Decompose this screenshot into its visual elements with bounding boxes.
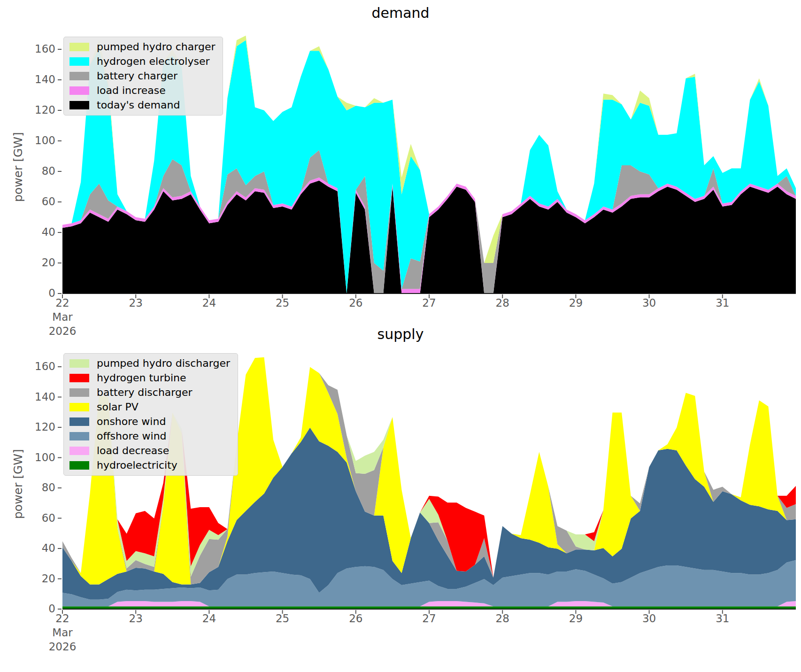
- supply-y-tick-label: 40: [23, 542, 55, 554]
- supply-x-tick-label: 26: [349, 612, 362, 625]
- demand-x-tick-label: 27: [422, 297, 436, 309]
- legend-item-load-increase: load increase: [69, 85, 215, 96]
- demand-y-tick-label: 100: [23, 134, 55, 147]
- demand-x-tick-label: 22: [55, 297, 69, 309]
- legend-label: load decrease: [97, 446, 169, 456]
- supply-x-tick-label: 29: [569, 612, 583, 625]
- legend-item-battery-charger: battery charger: [69, 71, 215, 81]
- legend-swatch: [69, 57, 89, 66]
- legend-swatch: [69, 359, 89, 368]
- legend-label: battery charger: [97, 71, 177, 81]
- legend-label: pumped hydro charger: [97, 42, 215, 52]
- legend-label: offshore wind: [97, 431, 167, 441]
- supply-y-tick-label: 120: [23, 421, 55, 433]
- legend-item-offshore-wind: offshore wind: [69, 431, 230, 441]
- legend-item-load-decrease: load decrease: [69, 446, 230, 456]
- supply-x-tick-label: 24: [202, 612, 216, 625]
- demand-x-tick-label: 25: [276, 297, 289, 309]
- supply-x-tick-label: 25: [276, 612, 289, 625]
- demand-y-tick-label: 20: [23, 256, 55, 269]
- demand-x-tick-label: 30: [642, 297, 656, 309]
- demand-x-tick-label: 24: [202, 297, 216, 309]
- legend-swatch: [69, 388, 89, 397]
- legend-item-pumped-hydro-discharger: pumped hydro discharger: [69, 358, 230, 369]
- supply-y-tick-label: 60: [23, 512, 55, 524]
- supply-y-tick-label: 20: [23, 572, 55, 585]
- legend-label: pumped hydro discharger: [97, 358, 230, 369]
- legend-item-onshore-wind: onshore wind: [69, 417, 230, 427]
- legend-swatch: [69, 403, 89, 411]
- legend-swatch: [69, 461, 89, 470]
- legend-label: onshore wind: [97, 417, 166, 427]
- supply-x-tick-label: 27: [422, 612, 436, 625]
- legend-swatch: [69, 432, 89, 440]
- demand-y-tick-label: 120: [23, 104, 55, 116]
- demand-y-tick-label: 0: [23, 287, 55, 299]
- figure-canvas: demand supply power [GW] power [GW] 2223…: [0, 0, 801, 672]
- legend-item-battery-discharger: battery discharger: [69, 387, 230, 398]
- supply-x-axis-month: Mar: [52, 626, 72, 639]
- legend-swatch: [69, 72, 89, 80]
- demand-y-tick-label: 80: [23, 165, 55, 177]
- legend-item-pumped-hydro-charger: pumped hydro charger: [69, 42, 215, 52]
- legend-item-solar-pv: solar PV: [69, 402, 230, 412]
- demand-x-tick-label: 26: [349, 297, 362, 309]
- supply-y-tick-label: 140: [23, 391, 55, 403]
- demand-legend: pumped hydro chargerhydrogen electrolyse…: [63, 37, 223, 116]
- legend-swatch: [69, 101, 89, 109]
- supply-y-tick-label: 0: [23, 602, 55, 615]
- demand-x-tick-label: 28: [496, 297, 509, 309]
- supply-x-tick-label: 30: [642, 612, 656, 625]
- legend-label: today's demand: [97, 100, 180, 110]
- legend-swatch: [69, 447, 89, 455]
- legend-label: hydrogen turbine: [97, 373, 186, 383]
- legend-item-hydrogen-turbine: hydrogen turbine: [69, 373, 230, 383]
- supply-y-tick-label: 100: [23, 451, 55, 463]
- legend-swatch: [69, 86, 89, 95]
- legend-label: solar PV: [97, 402, 139, 412]
- demand-x-tick-label: 23: [129, 297, 143, 309]
- legend-label: hydrogen electrolyser: [97, 56, 210, 67]
- supply-y-tick-label: 160: [23, 360, 55, 372]
- legend-swatch: [69, 374, 89, 382]
- legend-swatch: [69, 43, 89, 51]
- demand-x-axis-month: Mar: [52, 311, 72, 323]
- supply-x-tick-label: 23: [129, 612, 143, 625]
- legend-label: load increase: [97, 85, 166, 96]
- supply-x-tick-label: 28: [496, 612, 509, 625]
- legend-label: hydroelectricity: [97, 460, 177, 471]
- legend-swatch: [69, 417, 89, 426]
- supply-x-axis-year: 2026: [49, 641, 77, 653]
- supply-legend: pumped hydro dischargerhydrogen turbineb…: [63, 353, 238, 476]
- supply-y-tick-label: 80: [23, 481, 55, 494]
- legend-item-hydroelectricity: hydroelectricity: [69, 460, 230, 471]
- legend-item-hydrogen-electrolyser: hydrogen electrolyser: [69, 56, 215, 67]
- demand-x-axis-year: 2026: [49, 325, 77, 337]
- supply-x-tick-label: 22: [55, 612, 69, 625]
- legend-label: battery discharger: [97, 387, 193, 398]
- demand-y-tick-label: 40: [23, 226, 55, 238]
- legend-item-today-s-demand: today's demand: [69, 100, 215, 110]
- demand-y-tick-label: 160: [23, 43, 55, 55]
- demand-y-tick-label: 60: [23, 195, 55, 208]
- demand-x-tick-label: 31: [716, 297, 729, 309]
- demand-x-tick-label: 29: [569, 297, 583, 309]
- demand-y-tick-label: 140: [23, 73, 55, 85]
- supply-x-tick-label: 31: [716, 612, 729, 625]
